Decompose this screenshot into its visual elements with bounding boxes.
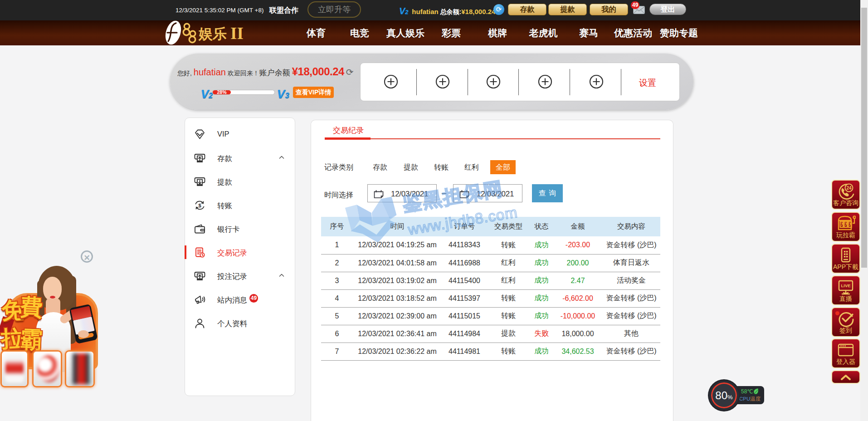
svg-text:24: 24 bbox=[846, 186, 852, 191]
svg-text:II: II bbox=[230, 24, 244, 43]
svg-text:$: $ bbox=[198, 203, 201, 208]
svg-text:娱乐: 娱乐 bbox=[198, 26, 227, 42]
svg-text:LIVE: LIVE bbox=[841, 283, 850, 288]
